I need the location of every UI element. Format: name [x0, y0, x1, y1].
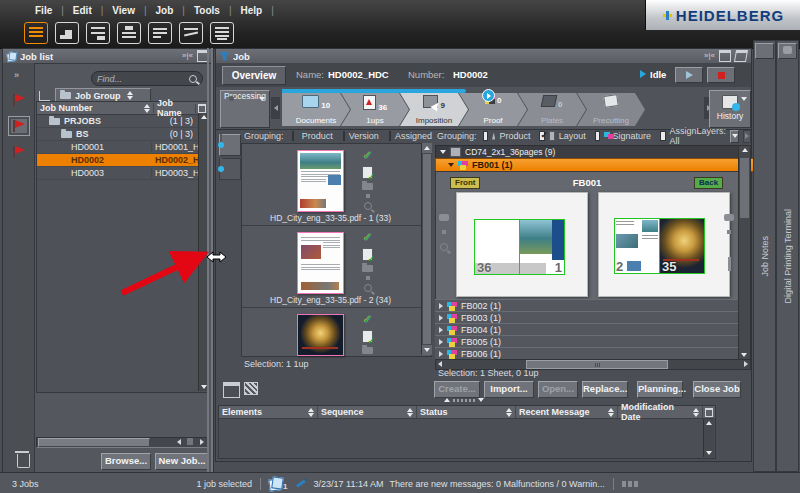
page-thumbnail[interactable] — [297, 314, 344, 356]
trash-icon[interactable] — [17, 454, 30, 468]
job-overview-icon[interactable] — [55, 22, 79, 44]
oneups-vscrollbar[interactable] — [421, 143, 432, 355]
version-checkbox[interactable] — [343, 131, 345, 141]
assignlayers-checkbox[interactable] — [660, 131, 665, 141]
layout-checkbox[interactable] — [539, 131, 544, 141]
tab-overview[interactable]: Overview — [222, 66, 286, 85]
planning-button[interactable]: Planning... — [637, 381, 683, 398]
column-status[interactable]: Status — [417, 406, 516, 418]
spinner-icons[interactable] — [127, 91, 133, 100]
job-row[interactable]: HD0001 HD0001_HD — [37, 141, 207, 154]
column-modification-date[interactable]: Modification Date — [618, 406, 703, 418]
report-icon[interactable] — [179, 22, 203, 44]
assigned-checkbox[interactable] — [389, 131, 391, 141]
column-chooser-icon[interactable] — [703, 406, 715, 418]
oneup-item[interactable]: HD_City_eng_33-35.pdf - 2 (34) — [242, 226, 431, 308]
status-message[interactable]: There are new messages: 0 Malfunctions /… — [389, 479, 604, 489]
detach-panel-icon[interactable] — [734, 50, 748, 62]
zoom-icon[interactable] — [440, 243, 448, 251]
expand-icon[interactable] — [439, 327, 443, 333]
scroll-left-icon[interactable] — [177, 439, 181, 445]
panel-splitter[interactable] — [207, 48, 209, 472]
start-processing-button[interactable] — [675, 67, 703, 83]
processing-button[interactable]: Processing — [220, 90, 270, 128]
elements-table-vscrollbar[interactable] — [703, 419, 714, 457]
menu-view[interactable]: View — [103, 5, 144, 16]
oneup-item[interactable]: HD_City_eng_33-35.pdf - 1 (33) — [242, 144, 431, 226]
menu-help[interactable]: Help — [232, 5, 272, 16]
preview-zoom-icon[interactable] — [364, 284, 372, 292]
job-filter-flag-3-icon[interactable] — [11, 145, 27, 159]
new-job-button[interactable]: New Job... — [155, 453, 209, 470]
history-button[interactable]: History — [709, 90, 751, 128]
collapse-icon[interactable] — [440, 150, 446, 154]
column-elements[interactable]: Elements — [219, 406, 318, 418]
product-checkbox[interactable] — [483, 131, 488, 141]
step-1ups[interactable]: 36 1ups — [341, 93, 409, 126]
hierarchy-icon[interactable] — [39, 91, 50, 101]
replace-button[interactable]: Replace... — [582, 381, 628, 398]
job-table-hscrollbar[interactable] — [36, 437, 208, 448]
sheet-row-selected[interactable]: FB001 (1) — [435, 158, 755, 172]
expand-icon[interactable] — [439, 315, 443, 321]
job-group-row[interactable]: PRJOBS (1 | 3) — [37, 115, 207, 128]
collapse-icon[interactable] — [448, 163, 454, 167]
job-filter-flag-2-icon[interactable] — [11, 119, 27, 133]
imposition-vscrollbar[interactable] — [738, 145, 751, 360]
job-row-selected[interactable]: HD0002 HD0002_HD — [37, 154, 207, 167]
scroll-thumb[interactable] — [187, 438, 193, 445]
new-document-icon[interactable] — [148, 22, 172, 44]
table-splitter-grip[interactable] — [444, 398, 484, 402]
menu-job[interactable]: Job — [147, 5, 183, 16]
menu-edit[interactable]: Edit — [64, 5, 101, 16]
browse-button[interactable]: Browse... — [101, 453, 151, 470]
oneup-item[interactable] — [242, 308, 431, 356]
menu-tools[interactable]: Tools — [185, 5, 229, 16]
open-button[interactable]: Open... — [538, 381, 578, 398]
sort-icon[interactable] — [144, 104, 150, 113]
column-job-number[interactable]: Job Number — [37, 103, 154, 113]
grid-view-icon[interactable] — [244, 382, 258, 395]
front-sheet[interactable]: 36 1 — [456, 192, 588, 297]
job-list-icon[interactable] — [24, 22, 48, 44]
page-thumbnail[interactable] — [297, 232, 344, 294]
back-sheet[interactable]: 2 35 — [598, 192, 730, 297]
panel-splitter[interactable] — [211, 48, 213, 472]
scroll-right-icon[interactable] — [744, 361, 748, 367]
expand-icon[interactable] — [439, 351, 443, 357]
signature-checkbox[interactable] — [595, 131, 600, 141]
column-job-name[interactable]: Job Name — [154, 98, 195, 118]
step-imposition-active[interactable]: 9 Imposition — [400, 93, 468, 126]
collapse-panel-icon[interactable]: »|« — [704, 52, 715, 60]
step-precutting[interactable]: Precutting — [577, 93, 645, 126]
job-row[interactable]: HD0003 HD0003_HD — [37, 167, 207, 180]
settings-icon[interactable] — [86, 22, 110, 44]
collapse-panel-icon[interactable]: »|« — [182, 52, 193, 60]
scroll-left-icon[interactable] — [438, 361, 442, 367]
menu-file[interactable]: File — [26, 5, 61, 16]
job-notes-strip[interactable]: Job Notes — [753, 40, 776, 472]
expand-icon[interactable] — [439, 339, 443, 345]
step-documents[interactable]: 10 Documents — [282, 93, 350, 126]
scroll-thumb[interactable] — [526, 360, 668, 369]
stop-button[interactable] — [707, 67, 735, 83]
expand-icon[interactable] — [439, 303, 443, 309]
digital-printing-terminal-strip[interactable]: Digital Printing Terminal — [776, 40, 799, 472]
preview-zoom-icon[interactable] — [364, 202, 372, 210]
step-plates[interactable]: 0 Plates — [518, 93, 586, 126]
layers-dropdown-button[interactable] — [730, 130, 739, 143]
panel-layout-icon[interactable] — [719, 50, 731, 62]
scroll-right-icon[interactable] — [200, 439, 204, 445]
assign-flag-button[interactable] — [743, 130, 751, 143]
back-badge[interactable]: Back — [694, 177, 723, 189]
column-sequence[interactable]: Sequence — [318, 406, 417, 418]
find-input[interactable]: Find... — [91, 71, 203, 86]
create-button[interactable]: Create... — [434, 381, 480, 398]
data-table-icon[interactable] — [210, 22, 234, 44]
view-mode-2-button[interactable] — [219, 158, 241, 180]
page-thumbnail[interactable] — [297, 150, 344, 212]
close-job-button[interactable]: Close Job — [693, 381, 741, 398]
layout-tree-root[interactable]: CD74_2x1_36pages (9) — [435, 145, 747, 159]
column-recent-message[interactable]: Recent Message — [516, 406, 618, 418]
panel-view-icon[interactable] — [223, 382, 240, 398]
